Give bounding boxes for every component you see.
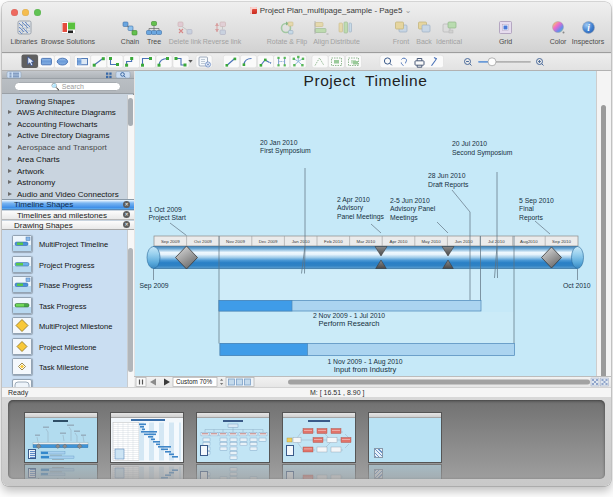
svg-text:Dec 2009: Dec 2009 [259, 239, 278, 244]
svg-text:Apr 2010: Apr 2010 [390, 239, 408, 244]
svg-text:Feb 2010: Feb 2010 [324, 239, 343, 244]
svg-text:Custom 70%: Custom 70% [176, 378, 212, 385]
svg-text:Jun 2010: Jun 2010 [455, 239, 474, 244]
svg-text:Mar 2010: Mar 2010 [357, 239, 376, 244]
svg-text:Aug2010: Aug2010 [520, 239, 538, 244]
svg-text:Sep 2009: Sep 2009 [161, 239, 180, 244]
svg-text:Jul 2010: Jul 2010 [488, 239, 505, 244]
svg-text:Nov 2009: Nov 2009 [226, 239, 245, 244]
svg-text:i: i [587, 23, 590, 33]
svg-text:Oct 2009: Oct 2009 [194, 239, 212, 244]
svg-text:May 2010: May 2010 [421, 239, 441, 244]
svg-text:Jan 2010: Jan 2010 [292, 239, 311, 244]
svg-text:Sep 2010: Sep 2010 [552, 239, 571, 244]
